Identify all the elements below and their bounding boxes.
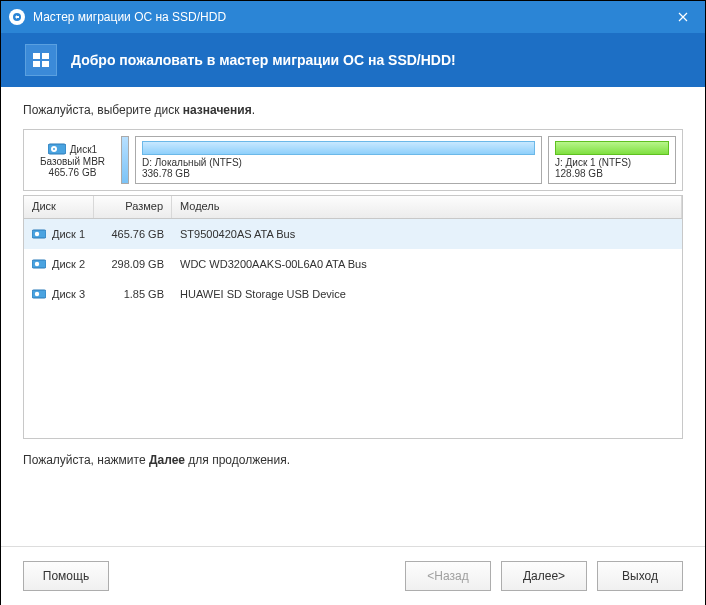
titlebar: Мастер миграции ОС на SSD/HDD [1, 1, 705, 33]
row-model: WDC WD3200AAKS-00L6A0 ATA Bus [172, 258, 682, 270]
col-header-size[interactable]: Размер [94, 196, 172, 218]
back-button[interactable]: <Назад [405, 561, 491, 591]
disk-label: Диск1 [70, 144, 97, 155]
partition-d[interactable]: D: Локальный (NTFS) 336.78 GB [135, 136, 542, 184]
disk-table-body: Диск 1465.76 GBST9500420AS ATA BusДиск 2… [23, 219, 683, 439]
footer-instruction: Пожалуйста, нажмите Далее для продолжени… [23, 453, 683, 467]
partition-size: 336.78 GB [142, 168, 535, 179]
row-model: HUAWEI SD Storage USB Device [172, 288, 682, 300]
disk-summary: Диск1 Базовый MBR 465.76 GB [30, 136, 115, 184]
partition-size: 128.98 GB [555, 168, 669, 179]
table-row[interactable]: Диск 1465.76 GBST9500420AS ATA Bus [24, 219, 682, 249]
banner-text: Добро пожаловать в мастер миграции ОС на… [71, 52, 456, 68]
window-title: Мастер миграции ОС на SSD/HDD [33, 10, 661, 24]
hdd-icon [32, 258, 46, 270]
partition-bar [142, 141, 535, 155]
svg-point-9 [35, 232, 39, 236]
row-size: 1.85 GB [94, 288, 172, 300]
hdd-icon [48, 142, 66, 156]
wizard-icon [25, 44, 57, 76]
next-button[interactable]: Далее> [501, 561, 587, 591]
exit-button[interactable]: Выход [597, 561, 683, 591]
partition-j[interactable]: J: Диск 1 (NTFS) 128.98 GB [548, 136, 676, 184]
partition-name: J: Диск 1 (NTFS) [555, 157, 669, 168]
svg-point-11 [35, 262, 39, 266]
table-row[interactable]: Диск 2298.09 GBWDC WD3200AAKS-00L6A0 ATA… [24, 249, 682, 279]
button-bar: Помощь <Назад Далее> Выход [1, 546, 705, 605]
col-header-model[interactable]: Модель [172, 196, 682, 218]
help-button[interactable]: Помощь [23, 561, 109, 591]
partition-bar [555, 141, 669, 155]
hdd-icon [32, 228, 46, 240]
partition-system-reserved[interactable] [121, 136, 129, 184]
row-disk: Диск 1 [52, 228, 85, 240]
close-button[interactable] [661, 1, 705, 33]
row-model: ST9500420AS ATA Bus [172, 228, 682, 240]
disk-layout-panel: Диск1 Базовый MBR 465.76 GB D: Локальный… [23, 129, 683, 191]
disk-size: 465.76 GB [49, 167, 97, 178]
partition-name: D: Локальный (NTFS) [142, 157, 535, 168]
content-area: Пожалуйста, выберите диск назначения. Ди… [1, 87, 705, 477]
hdd-icon [32, 288, 46, 300]
disk-type: Базовый MBR [40, 156, 105, 167]
col-header-disk[interactable]: Диск [24, 196, 94, 218]
disk-table-header: Диск Размер Модель [23, 195, 683, 219]
svg-rect-2 [42, 53, 49, 59]
row-size: 465.76 GB [94, 228, 172, 240]
row-size: 298.09 GB [94, 258, 172, 270]
app-icon [9, 9, 25, 25]
instruction-text: Пожалуйста, выберите диск назначения. [23, 103, 683, 117]
banner: Добро пожаловать в мастер миграции ОС на… [1, 33, 705, 87]
row-disk: Диск 3 [52, 288, 85, 300]
svg-rect-4 [42, 61, 49, 67]
table-row[interactable]: Диск 31.85 GBHUAWEI SD Storage USB Devic… [24, 279, 682, 309]
svg-point-13 [35, 292, 39, 296]
svg-point-7 [53, 148, 55, 150]
svg-rect-1 [33, 53, 40, 59]
row-disk: Диск 2 [52, 258, 85, 270]
svg-rect-3 [33, 61, 40, 67]
